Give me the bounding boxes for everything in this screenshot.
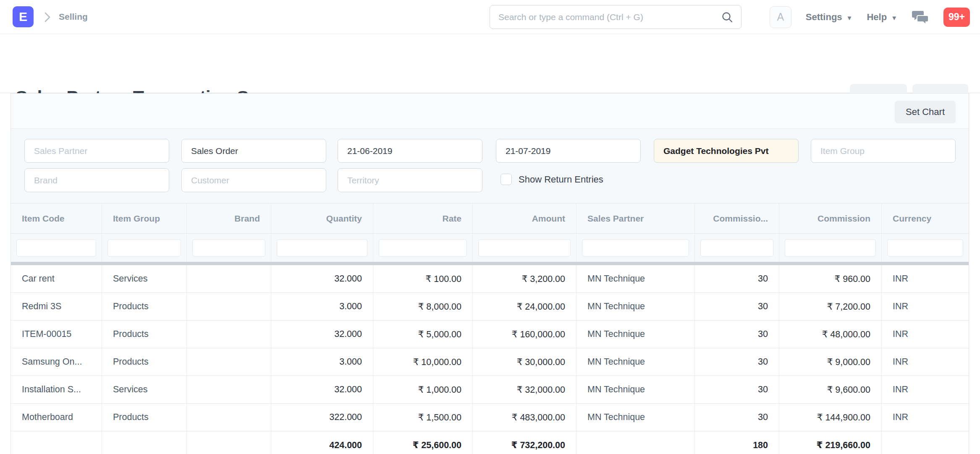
cell-rate: ₹ 1,000.00 — [373, 376, 473, 403]
table-row: Samsung On...Products3.000₹ 10,000.00₹ 3… — [11, 348, 969, 376]
chat-icon[interactable] — [912, 9, 929, 25]
cell-rate: ₹ 1,500.00 — [373, 404, 473, 431]
total-cell-commission: ₹ 219,660.00 — [779, 431, 882, 454]
column-filter-cell-commission-rate — [695, 234, 779, 262]
total-cell-currency — [882, 431, 969, 454]
help-menu[interactable]: Help ▼ — [867, 12, 897, 23]
column-filter-cell-item-code — [11, 234, 102, 262]
column-filter-cell-quantity — [271, 234, 373, 262]
cell-commission-rate: 30 — [695, 293, 779, 320]
report-toolbar: Set Chart — [11, 93, 969, 129]
column-filter-cell-sales-partner — [576, 234, 695, 262]
doctype-filter[interactable] — [181, 139, 326, 163]
total-cell-rate: ₹ 25,600.00 — [373, 431, 473, 454]
column-header-quantity[interactable]: Quantity — [271, 204, 373, 233]
cell-sales-partner: MN Technique — [576, 376, 695, 403]
app-logo[interactable]: E — [13, 6, 34, 27]
cell-commission: ₹ 48,000.00 — [779, 321, 882, 348]
brand-filter[interactable] — [24, 168, 169, 192]
item-group-filter[interactable] — [811, 139, 956, 163]
column-header-amount[interactable]: Amount — [473, 204, 576, 233]
cell-commission: ₹ 960.00 — [779, 265, 882, 292]
table-row: Car rentServices32.000₹ 100.00₹ 3,200.00… — [11, 265, 969, 293]
column-filter-input-brand[interactable] — [192, 239, 265, 257]
notification-badge[interactable]: 99+ — [943, 8, 970, 27]
cell-brand — [187, 265, 271, 292]
cell-currency: INR — [882, 293, 969, 320]
cell-item-code: Installation S... — [11, 376, 102, 403]
search-input[interactable] — [490, 12, 721, 22]
show-return-entries-label[interactable]: Show Return Entries — [519, 174, 603, 185]
company-filter[interactable] — [654, 139, 799, 163]
table-filter-row — [11, 234, 969, 262]
column-filter-input-sales-partner[interactable] — [582, 239, 689, 257]
cell-commission: ₹ 9,000.00 — [779, 348, 882, 376]
show-return-entries-checkbox[interactable] — [500, 174, 512, 185]
territory-filter[interactable] — [338, 168, 482, 192]
page-head: Sales Partner Transaction Summary Menu ▼… — [0, 34, 980, 93]
column-header-commission[interactable]: Commission — [779, 204, 882, 233]
table-row: MotherboardProducts322.000₹ 1,500.00₹ 48… — [11, 404, 969, 431]
horizontal-scrollbar[interactable] — [11, 262, 969, 265]
cell-quantity: 32.000 — [271, 321, 373, 348]
column-filter-input-item-code[interactable] — [16, 239, 96, 257]
column-header-rate[interactable]: Rate — [373, 204, 473, 233]
cell-commission-rate: 30 — [695, 321, 779, 348]
cell-item-group: Services — [102, 265, 187, 292]
column-filter-input-currency[interactable] — [887, 239, 963, 257]
cell-item-group: Services — [102, 376, 187, 403]
cell-item-group: Products — [102, 293, 187, 320]
column-filter-cell-commission — [779, 234, 882, 262]
customer-filter[interactable] — [181, 168, 326, 192]
column-header-item-group[interactable]: Item Group — [102, 204, 187, 233]
to-date-filter[interactable] — [496, 139, 641, 163]
cell-brand — [187, 293, 271, 320]
search-icon[interactable] — [721, 11, 734, 23]
settings-label: Settings — [806, 12, 842, 23]
breadcrumb-chevron-icon — [43, 11, 52, 23]
cell-currency: INR — [882, 376, 969, 403]
column-filter-input-commission-rate[interactable] — [700, 239, 773, 257]
avatar[interactable]: A — [770, 6, 791, 28]
column-filter-cell-currency — [882, 234, 969, 262]
column-header-brand[interactable]: Brand — [187, 204, 271, 233]
cell-currency: INR — [882, 404, 969, 431]
from-date-filter[interactable] — [338, 139, 482, 163]
cell-currency: INR — [882, 321, 969, 348]
column-header-item-code[interactable]: Item Code — [11, 204, 102, 233]
column-header-commission-rate[interactable]: Commissio... — [695, 204, 779, 233]
total-cell-sales-partner — [576, 431, 695, 454]
cell-quantity: 3.000 — [271, 348, 373, 376]
set-chart-button[interactable]: Set Chart — [895, 101, 956, 123]
cell-item-code: ITEM-00015 — [11, 321, 102, 348]
table-row: Redmi 3SProducts3.000₹ 8,000.00₹ 24,000.… — [11, 293, 969, 321]
column-header-sales-partner[interactable]: Sales Partner — [576, 204, 695, 233]
sales-partner-filter[interactable] — [24, 139, 169, 163]
column-filter-input-amount[interactable] — [478, 239, 571, 257]
total-cell-commission-rate: 180 — [695, 431, 779, 454]
cell-item-code: Car rent — [11, 265, 102, 292]
report-filters: Show Return Entries — [11, 129, 969, 203]
column-filter-input-item-group[interactable] — [107, 239, 181, 257]
app-window: E Selling A Settings ▼ Help ▼ — [0, 0, 980, 454]
column-filter-input-quantity[interactable] — [277, 239, 367, 257]
cell-commission-rate: 30 — [695, 376, 779, 403]
column-filter-input-commission[interactable] — [785, 239, 876, 257]
cell-commission: ₹ 7,200.00 — [779, 293, 882, 320]
cell-rate: ₹ 10,000.00 — [373, 348, 473, 376]
total-cell-quantity: 424.000 — [271, 431, 373, 454]
cell-amount: ₹ 483,000.00 — [473, 404, 576, 431]
column-header-currency[interactable]: Currency — [882, 204, 969, 233]
cell-sales-partner: MN Technique — [576, 293, 695, 320]
table-row: ITEM-00015Products32.000₹ 5,000.00₹ 160,… — [11, 321, 969, 348]
column-filter-cell-brand — [187, 234, 271, 262]
cell-commission: ₹ 9,600.00 — [779, 376, 882, 403]
report-container: Set Chart Show Return Entries Item CodeI… — [10, 93, 969, 454]
chevron-down-icon: ▼ — [846, 14, 853, 21]
cell-commission-rate: 30 — [695, 404, 779, 431]
navbar-right: A Settings ▼ Help ▼ 99+ — [770, 0, 970, 34]
breadcrumb[interactable]: Selling — [59, 0, 88, 34]
settings-menu[interactable]: Settings ▼ — [806, 12, 853, 23]
column-filter-input-rate[interactable] — [379, 239, 467, 257]
cell-rate: ₹ 5,000.00 — [373, 321, 473, 348]
